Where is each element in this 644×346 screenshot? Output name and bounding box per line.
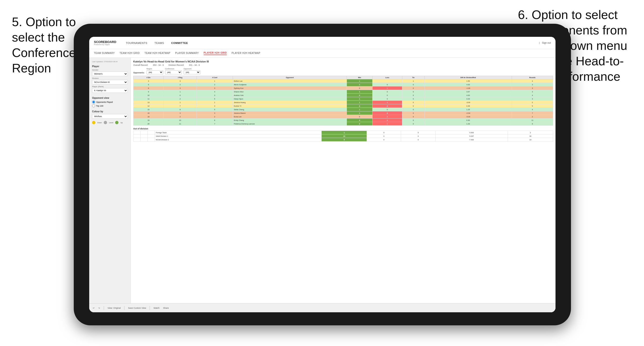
table-cell: 3 [164,79,197,83]
colour-by-select[interactable]: Win/loss [92,114,128,119]
table-cell: 3 [512,90,553,94]
logo: SCOREBOARD Powered by clippd [94,40,116,46]
opponent-select[interactable]: (All) [184,70,200,74]
table-cell: 2 [347,122,372,126]
tablet-screen: SCOREBOARD Powered by clippd TOURNAMENTS… [89,37,556,312]
region-select[interactable]: (All) [146,70,163,74]
table-cell: 1 [347,83,372,86]
table-cell: 11 [134,97,164,101]
table-row: 331Esther Lee111.504 [134,79,553,83]
table-cell: 7 [512,111,553,115]
ood-cell [140,138,148,142]
table-cell: 10 [134,94,164,97]
player-rank-select[interactable]: 8. Katelyn Vo [92,88,128,93]
table-cell: -3.00 [424,101,512,104]
subnav-team-summary[interactable]: TEAM SUMMARY [94,52,115,55]
player-section-title: Player [92,65,128,68]
table-cell: 0 [402,83,425,86]
table-cell: 1 [372,122,402,126]
table-cell: 3 [196,111,233,115]
tablet-frame: SCOREBOARD Powered by clippd TOURNAMENTS… [74,24,571,325]
watch-btn[interactable]: Watch [154,307,160,309]
table-row: 1474Eunice Yi2200.389 [134,104,553,108]
col-tie: Tie [402,76,425,79]
table-cell: 10 [164,119,197,122]
division-label: Division [92,77,128,79]
table-cell: 4 [196,104,233,108]
table-cell: 0 [347,115,372,119]
table-cell: 3 [164,86,197,90]
down-label: Down [97,122,102,124]
table-cell: 3 [512,86,553,90]
nav-committee[interactable]: COMMITTEE [171,41,188,44]
table-cell: 15 [134,108,164,111]
ood-cell: NCAA Division 2 [155,138,322,142]
subnav-player-summary[interactable]: PLAYER SUMMARY [175,52,199,55]
table-cell: 5 [196,108,233,111]
save-custom-btn[interactable]: Save Custom View [131,307,146,309]
table-cell: 0 [402,94,425,97]
table-cell: 0 [402,115,425,119]
table-cell: 1.25 [424,108,512,111]
table-row: 633Sydney Kuo010-1.003 [134,86,553,90]
table-cell: 2 [164,83,197,86]
opponents-label: Opponents: [133,71,145,74]
sign-out-link[interactable]: Sign out [542,41,551,44]
table-cell: 2 [512,115,553,119]
table-cell: Federica Domecq Lacroze [233,122,346,126]
ood-cell: 2 [508,131,553,134]
ood-table-row: NCAA Division 25007.40010 [134,138,553,142]
table-cell: 19 [134,119,164,122]
subnav-team-h2h-heatmap[interactable]: TEAM H2H HEATMAP [144,52,170,55]
region-filter: Region (All) [146,68,163,74]
table-cell: 3 [196,86,233,90]
sidebar: Last Updated: 27/03/2024 08:44 Player Ge… [89,58,131,312]
gender-select[interactable]: Women's [92,71,128,76]
table-cell: 1.50 [424,79,512,83]
table-cell: 0.38 [424,104,512,108]
subnav-player-h2h-heatmap[interactable]: PLAYER H2H HEATMAP [232,52,260,55]
opponent-view-label: Opponent view [92,97,128,99]
out-of-division-header: Out of division [133,128,553,130]
table-cell: 3 [164,111,197,115]
table-cell: 2 [372,115,402,119]
division-select[interactable]: NCAA Division III [92,80,128,85]
h2h-table: # Div # Reg # Conf Opponent Win Loss Tie… [133,76,553,126]
col-diff: Diff Av Strokes/Rnd [424,76,512,79]
opponent-label: Opponent [184,68,200,70]
ood-table-row: NAIA Division 115009.26730 [134,134,553,138]
nav-teams[interactable]: TEAMS [154,41,164,44]
table-cell: 2 [164,115,197,119]
table-cell: 3.67 [424,90,512,94]
table-cell: 2 [347,104,372,108]
table-cell: 0 [402,90,425,94]
subnav-player-h2h-grid[interactable]: PLAYER H2H GRID [204,51,227,55]
table-cell: Andrea York [233,94,346,97]
opponents-played-radio[interactable]: Opponents Played [92,100,128,104]
top-100-radio[interactable]: Top 100 [92,104,128,107]
conference-select[interactable]: (All) [165,70,182,74]
table-row: 1125Heejo Hyun1003.333 [134,97,553,101]
region-label: Region [146,68,163,70]
colour-by-label: Colour by [92,110,128,113]
sub-nav: TEAM SUMMARY TEAM H2H GRID TEAM H2H HEAT… [89,49,556,58]
table-cell: 1 [372,119,402,122]
table-cell: 2 [196,83,233,86]
content-area: Katelyn Vo Head-to-Head Grid for Women's… [131,58,556,312]
ood-cell [134,131,140,134]
table-cell: 6 [134,86,164,90]
table-cell: 0 [402,122,425,126]
ood-cell [134,134,140,138]
opponent-filter: Opponent (All) [184,68,200,74]
subnav-team-h2h-grid[interactable]: TEAM H2H GRID [120,52,140,55]
last-updated: Last Updated: 27/03/2024 08:44 [92,61,128,63]
table-cell: Jessica Mason [233,111,346,115]
table-cell: 6 [196,119,233,122]
table-cell: 2 [196,115,233,119]
table-cell: 1 [347,101,372,104]
filter-row: Opponents: Region (All) Conference (All) [133,68,553,74]
share-btn[interactable]: Share [163,307,169,309]
nav-tournaments[interactable]: TOURNAMENTS [126,41,147,44]
table-cell: 8 [164,108,197,111]
col-opponent: Opponent [233,76,346,79]
